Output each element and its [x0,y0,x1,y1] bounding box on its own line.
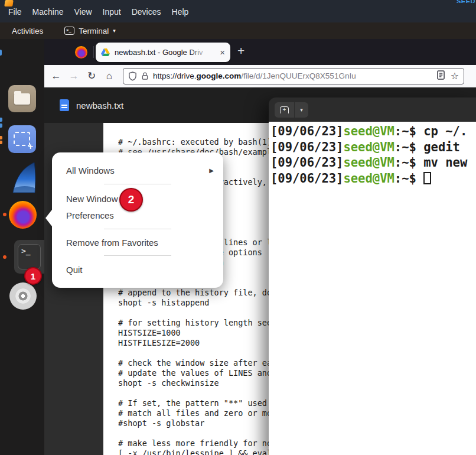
firefox-running-dot [3,213,6,216]
menu-input[interactable]: Input [103,7,121,17]
doc-line [118,348,269,358]
focused-app-menu[interactable]: >_ Terminal ▾ [64,27,116,35]
terminal-app-icon: >_ [64,27,74,35]
new-tab-icon: + [280,106,289,113]
doc-line [118,428,269,438]
url-bar[interactable]: https://drive.google.com/file/d/1JenQUUE… [123,68,464,84]
menu-separator [104,255,171,256]
firefox-icon [75,46,87,58]
terminal-line: [09/06/23]seed@VM:~$ [270,171,476,187]
dock: + >_ 1 [0,39,44,455]
doc-line: # update the values of LINES and COLUMNS… [118,368,269,378]
drive-file-name: newbash.txt [76,100,123,110]
folder-icon [14,93,30,105]
menu-item-all-windows[interactable]: All Windows ▶ [66,164,214,176]
forward-button[interactable]: → [65,70,83,82]
tab-close-icon[interactable]: × [220,47,225,57]
menu-file[interactable]: File [8,7,22,17]
doc-line: # append to the history file, don't over… [118,288,269,298]
tab-divider [93,46,94,58]
doc-line [118,308,269,318]
edge-pip-orange [0,136,2,139]
terminal-line: [09/06/23]seed@VM:~$ gedit [270,139,476,155]
menu-item-preferences[interactable]: Preferences [66,209,214,221]
terminal-body[interactable]: [09/06/23]seed@VM:~$ cp ~/. [09/06/23]se… [269,122,476,455]
menu-view[interactable]: View [74,7,92,17]
terminal-line: [09/06/23]seed@VM:~$ cp ~/. [270,124,476,139]
doc-line: HISTFILESIZE=2000 [118,338,269,348]
chevron-down-icon: ▾ [113,28,116,34]
terminal-notification-badge: 1 [24,267,42,285]
doc-line [118,388,269,398]
terminal-titlebar[interactable]: + ▾ [269,98,476,122]
doc-line: #shopt -s globstar [118,418,269,428]
annotation-badge-2: 2 [119,188,143,212]
tab-newbash[interactable]: newbash.txt - Google Driv × [96,43,230,62]
terminal-tab-dropdown-button[interactable]: ▾ [295,102,308,118]
doc-line: shopt -s checkwinsize [118,378,269,388]
edge-pip-blue [0,50,2,56]
terminal-line: [09/06/23]seed@VM:~$ mv new [270,155,476,171]
submenu-arrow-icon: ▶ [209,167,214,174]
edge-pip-blue [0,124,2,128]
menu-separator [104,229,171,229]
gnome-top-bar: Activities >_ Terminal ▾ [0,22,476,39]
text-file-icon [60,99,69,111]
virtualbox-menubar: File Machine View Input Devices Help SEE… [0,0,476,22]
menu-item-remove-from-favorites[interactable]: Remove from Favorites [66,236,214,248]
doc-line: [ -x /usr/bin/lesspipe ] && eval "$(SHEL… [118,448,269,455]
focused-app-name: Terminal [79,27,109,35]
tab-strip: newbash.txt - Google Driv × + [44,39,476,65]
firefox-app-icon[interactable] [9,201,37,229]
screenshot-app-icon[interactable]: + [8,125,36,153]
edge-pip-blue [0,118,2,122]
doc-line: # match all files and zero or more direc… [118,408,269,418]
doc-line: # make less more friendly for non-text i… [118,438,269,448]
plus-icon: + [28,141,33,151]
url-text: https://drive.google.com/file/d/1JenQUUE… [153,72,437,80]
desktop-screen: File Machine View Input Devices Help SEE… [0,0,476,455]
bookmark-star-icon[interactable]: ☆ [451,70,459,82]
doc-line: # ~/.bashrc: executed by bash(1) for non… [118,137,269,147]
menu-machine[interactable]: Machine [32,7,64,17]
terminal-new-tab-button[interactable]: + [275,102,294,118]
doc-line: HISTSIZE=1000 [118,328,269,338]
new-tab-button[interactable]: + [237,44,244,58]
tab-title: newbash.txt - Google Driv [115,48,209,57]
menu-devices[interactable]: Devices [132,7,161,17]
home-button[interactable]: ⌂ [100,70,118,82]
terminal-app-icon[interactable]: >_ [18,244,41,269]
terminal-window: + ▾ [09/06/23]seed@VM:~$ cp ~/. [09/06/2… [269,98,476,455]
doc-line: # check the window size after each comma… [118,358,269,368]
menu-item-quit[interactable]: Quit [66,264,214,275]
edge-pip-orange [0,141,2,144]
browser-toolbar: ← → ↻ ⌂ https://drive.google.com/file/d/… [44,65,476,87]
context-menu-arrow [45,210,52,226]
activities-button[interactable]: Activities [7,25,48,37]
doc-line: # for setting history length see HISTSIZ… [118,318,269,328]
terminal-cursor [423,172,431,184]
files-app-icon[interactable] [8,85,36,112]
dock-context-menu: All Windows ▶ New Window 2 Preferences R… [52,152,223,288]
disc-burner-app-icon[interactable] [9,282,37,310]
terminal-running-dot [3,255,6,259]
reader-mode-icon[interactable] [437,70,445,82]
reload-button[interactable]: ↻ [83,70,100,82]
clipped-corner-text: SEED [457,0,475,3]
google-drive-icon [101,48,110,56]
menu-separator [104,184,171,184]
chevron-down-icon: ▾ [300,107,303,113]
menu-help[interactable]: Help [172,7,189,17]
virtualbox-logo-icon [4,0,14,6]
shield-icon[interactable] [128,72,137,81]
lock-icon[interactable] [141,72,149,80]
wireshark-app-icon[interactable] [10,162,36,194]
doc-line: # If set, the pattern "**" used in a pat… [118,398,269,408]
doc-line: shopt -s histappend [118,298,269,308]
back-button[interactable]: ← [47,70,65,82]
